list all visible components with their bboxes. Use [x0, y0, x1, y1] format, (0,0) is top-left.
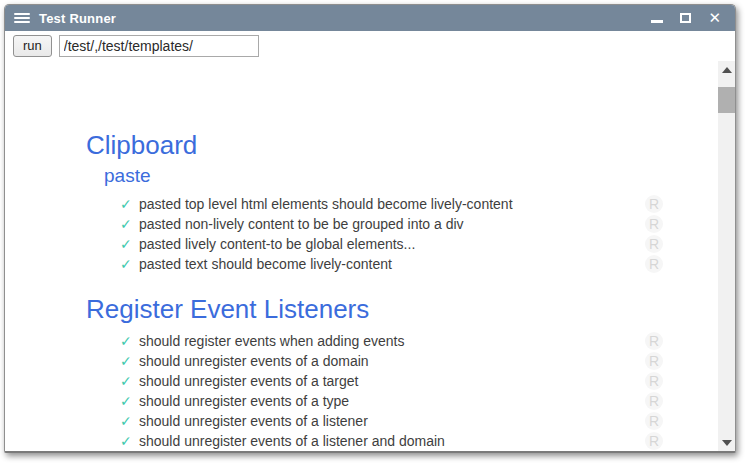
test-row: ✓ should unregister events of a domain R: [120, 351, 663, 371]
test-runner-window: Test Runner ✕ run Clipboard paste ✓ past…: [4, 4, 736, 453]
vertical-scrollbar[interactable]: [718, 61, 735, 451]
titlebar[interactable]: Test Runner ✕: [5, 5, 735, 31]
test-label: should unregister events of a target: [139, 371, 645, 391]
rerun-button[interactable]: R: [645, 235, 663, 253]
run-button[interactable]: run: [13, 35, 52, 57]
test-label: should unregister events of a domain: [139, 351, 645, 371]
section-group-title: paste: [104, 165, 663, 187]
section-title: Clipboard: [86, 131, 663, 160]
test-label: should unregister events of a listener: [139, 411, 645, 431]
test-section-clipboard: Clipboard paste ✓ pasted top level html …: [86, 131, 663, 274]
check-icon: ✓: [120, 331, 132, 351]
minimize-icon: [651, 20, 663, 23]
test-row: ✓ pasted non-lively content to be be gro…: [120, 214, 663, 234]
test-label: should unregister events of a type: [139, 391, 645, 411]
rerun-button[interactable]: R: [645, 332, 663, 350]
section-title: Register Event Listeners: [86, 295, 663, 324]
check-icon: ✓: [120, 411, 132, 431]
check-icon: ✓: [120, 234, 132, 254]
scroll-down-button[interactable]: [718, 434, 735, 451]
minimize-button[interactable]: [651, 11, 663, 25]
test-row: ✓ should register events when adding eve…: [120, 331, 663, 351]
close-button[interactable]: ✕: [708, 11, 721, 25]
check-icon: ✓: [120, 371, 132, 391]
test-label: pasted lively content-to be global eleme…: [139, 234, 645, 254]
rerun-button[interactable]: R: [645, 195, 663, 213]
scrollbar-thumb[interactable]: [718, 87, 735, 113]
test-label: pasted top level html elements should be…: [139, 194, 645, 214]
check-icon: ✓: [120, 194, 132, 214]
rerun-button[interactable]: R: [645, 412, 663, 430]
test-label: pasted non-lively content to be be group…: [139, 214, 645, 234]
check-icon: ✓: [120, 351, 132, 371]
rerun-button[interactable]: R: [645, 255, 663, 273]
maximize-icon: [680, 13, 691, 23]
rerun-button[interactable]: R: [645, 392, 663, 410]
content-area: Clipboard paste ✓ pasted top level html …: [5, 61, 735, 451]
check-icon: ✓: [120, 431, 132, 451]
maximize-button[interactable]: [680, 11, 691, 25]
test-results-pane: Clipboard paste ✓ pasted top level html …: [5, 61, 718, 451]
window-title: Test Runner: [39, 11, 116, 26]
rerun-button[interactable]: R: [645, 352, 663, 370]
check-icon: ✓: [120, 214, 132, 234]
rerun-button[interactable]: R: [645, 432, 663, 450]
test-label: pasted text should become lively-content: [139, 254, 645, 274]
test-section-register-event-listeners: Register Event Listeners ✓ should regist…: [86, 295, 663, 451]
check-icon: ✓: [120, 254, 132, 274]
rerun-button[interactable]: R: [645, 215, 663, 233]
check-icon: ✓: [120, 391, 132, 411]
test-row: ✓ should unregister events of a type R: [120, 391, 663, 411]
test-row: ✓ should unregister events of a listener…: [120, 431, 663, 451]
scroll-up-icon: [722, 67, 732, 73]
rerun-button[interactable]: R: [645, 372, 663, 390]
test-row: ✓ should unregister events of a listener…: [120, 411, 663, 431]
menu-icon[interactable]: [14, 11, 30, 25]
test-label: should unregister events of a listener a…: [139, 431, 645, 451]
test-row: ✓ pasted top level html elements should …: [120, 194, 663, 214]
scroll-up-button[interactable]: [718, 61, 735, 78]
test-path-input[interactable]: [59, 35, 259, 57]
test-row: ✓ pasted lively content-to be global ele…: [120, 234, 663, 254]
toolbar: run: [5, 31, 735, 61]
scroll-down-icon: [722, 440, 732, 446]
test-row: ✓ should unregister events of a target R: [120, 371, 663, 391]
test-row: ✓ pasted text should become lively-conte…: [120, 254, 663, 274]
test-label: should register events when adding event…: [139, 331, 645, 351]
